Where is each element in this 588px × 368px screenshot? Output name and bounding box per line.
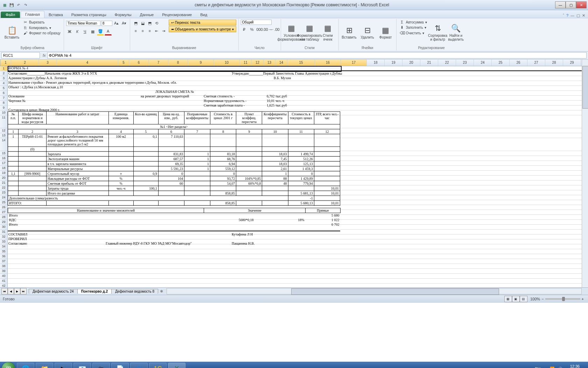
tab-review[interactable]: Рецензирование — [158, 12, 196, 18]
indent-dec-icon[interactable]: ⇤ — [153, 27, 160, 34]
row-header[interactable]: 14 — [0, 138, 8, 151]
row-header[interactable]: 13 — [0, 133, 8, 138]
tab-view[interactable]: Вид — [196, 12, 211, 18]
save-icon[interactable]: 💾 — [8, 2, 15, 8]
column-header[interactable]: 24 — [474, 60, 492, 66]
taskbar-ie-icon[interactable]: 🌐 — [17, 363, 34, 368]
column-header[interactable]: 21 — [420, 60, 438, 66]
column-header[interactable]: 4 — [57, 60, 118, 66]
italic-icon[interactable]: К — [74, 28, 81, 35]
font-name-select[interactable]: Times New Roman — [66, 21, 100, 26]
tray-network-icon[interactable]: 📶 — [550, 367, 555, 368]
row-header[interactable]: 34 — [0, 244, 8, 249]
row-header[interactable]: 15 — [0, 151, 8, 156]
sheet-tab[interactable]: Дефектная ведомость 8 — [111, 289, 158, 294]
row-header[interactable]: 16 — [0, 156, 8, 161]
grow-font-icon[interactable]: A▴ — [113, 20, 120, 27]
align-left-icon[interactable]: ≡ — [132, 27, 139, 34]
row-header[interactable]: 26 — [0, 205, 8, 210]
row-header[interactable]: 24 — [0, 195, 8, 200]
tab-nav-next[interactable]: ▶ — [14, 288, 20, 294]
align-center-icon[interactable]: ≡ — [139, 27, 146, 34]
view-page-break-icon[interactable]: ▤ — [520, 296, 527, 302]
taskbar-media-icon[interactable]: ▶ — [55, 363, 72, 368]
view-normal-icon[interactable]: ▦ — [504, 296, 512, 302]
row-header[interactable]: 20 — [0, 176, 8, 180]
view-page-layout-icon[interactable]: ▣ — [512, 296, 520, 302]
row-header[interactable]: 37 — [0, 259, 8, 264]
redo-icon[interactable]: ↷ — [22, 2, 29, 8]
format-as-table-button[interactable]: ▦Форматировать как таблицу — [301, 20, 318, 46]
delete-cells-button[interactable]: ⊟Удалить — [359, 20, 376, 46]
format-painter-button[interactable]: 🖌Формат по образцу — [22, 30, 62, 35]
merge-center-button[interactable]: ⬌Объединить и поместить в центре ▾ — [169, 26, 236, 32]
column-header[interactable]: 23 — [456, 60, 474, 66]
column-header[interactable]: 7 — [149, 60, 168, 66]
fill-color-icon[interactable]: 🪣 — [97, 28, 104, 35]
cut-button[interactable]: ✂Вырезать — [22, 20, 62, 25]
row-header[interactable]: 32 — [0, 234, 8, 239]
zoom-in-icon[interactable]: + — [582, 297, 584, 301]
new-sheet-icon[interactable]: ✱ — [160, 289, 163, 294]
find-select-button[interactable]: 🔍Найти и выделить — [448, 20, 464, 46]
conditional-formatting-button[interactable]: ▦Условное форматирование — [283, 20, 300, 46]
column-header[interactable]: 28 — [545, 60, 563, 66]
column-header[interactable]: 11 — [240, 60, 252, 66]
column-header[interactable]: 14 — [275, 60, 287, 66]
column-header[interactable]: 20 — [402, 60, 420, 66]
format-cells-button[interactable]: ▦Формат — [377, 20, 394, 46]
minimize-button[interactable]: ― — [555, 1, 566, 8]
formula-bar[interactable] — [47, 52, 587, 59]
row-header[interactable]: 7 — [0, 96, 8, 101]
font-color-icon[interactable]: A — [105, 28, 112, 35]
row-header[interactable]: 17 — [0, 161, 8, 166]
taskbar-word-icon[interactable]: W — [130, 363, 148, 368]
taskbar-explorer-icon[interactable]: 📁 — [36, 363, 53, 368]
inc-decimal-icon[interactable]: .00→ — [264, 26, 271, 33]
row-header[interactable]: 30 — [0, 225, 8, 230]
zoom-thumb[interactable] — [562, 297, 565, 301]
row-header[interactable]: 22 — [0, 185, 8, 190]
cell-styles-button[interactable]: ▦Стили ячеек — [320, 20, 336, 46]
column-header[interactable]: 22 — [438, 60, 456, 66]
close-button[interactable]: ✕ — [576, 1, 587, 8]
column-header[interactable]: 15 — [287, 60, 315, 66]
row-header[interactable]: 29 — [0, 220, 8, 225]
vertical-scrollbar[interactable] — [582, 60, 588, 287]
row-header[interactable]: 23 — [0, 190, 8, 195]
row-header[interactable]: 25 — [0, 200, 8, 205]
dec-decimal-icon[interactable]: ←.00 — [272, 26, 279, 33]
column-header[interactable]: 5 — [118, 60, 129, 66]
tab-layout[interactable]: Разметка страницы — [67, 12, 111, 18]
row-header[interactable]: 36 — [0, 254, 8, 259]
column-header[interactable]: 9 — [188, 60, 214, 66]
row-header[interactable]: 18 — [0, 166, 8, 171]
row-header[interactable]: 4 — [0, 81, 8, 86]
clear-button[interactable]: ⌫Очистить ▾ — [399, 30, 428, 36]
orientation-icon[interactable]: ⟲ — [153, 20, 160, 27]
horizontal-scrollbar[interactable] — [167, 288, 582, 294]
column-header[interactable]: 25 — [492, 60, 510, 66]
row-header[interactable]: 33 — [0, 239, 8, 244]
start-button[interactable]: ⊞ — [1, 362, 15, 368]
window-restore-icon[interactable]: ▢ — [576, 13, 580, 18]
zoom-slider[interactable] — [545, 298, 580, 300]
copy-button[interactable]: ⎘Копировать ▾ — [22, 25, 62, 30]
number-format-select[interactable]: Общий — [241, 20, 272, 25]
worksheet-area[interactable]: 1234567891011121314151617181920212223242… — [0, 60, 588, 287]
row-header[interactable]: 41 — [0, 279, 8, 284]
align-middle-icon[interactable]: ⬓ — [139, 20, 146, 27]
insert-cells-button[interactable]: ⊞Вставить — [341, 20, 358, 46]
column-header[interactable]: 27 — [527, 60, 545, 66]
column-header[interactable]: 13 — [264, 60, 275, 66]
sheet-tab[interactable]: Понтекорво д.2 — [77, 289, 112, 294]
taskbar-outlook-icon[interactable]: 📧 — [74, 363, 91, 368]
maximize-button[interactable]: ▢ — [566, 1, 576, 8]
row-header[interactable]: 12 — [0, 128, 8, 133]
zoom-level[interactable]: 100% — [530, 297, 540, 301]
shrink-font-icon[interactable]: A▾ — [121, 20, 128, 27]
row-header[interactable]: 11 — [0, 115, 8, 128]
column-header[interactable]: 2 — [11, 60, 39, 66]
tray-flag-icon[interactable]: ▲ — [543, 367, 547, 368]
underline-icon[interactable]: Ч — [82, 28, 89, 35]
